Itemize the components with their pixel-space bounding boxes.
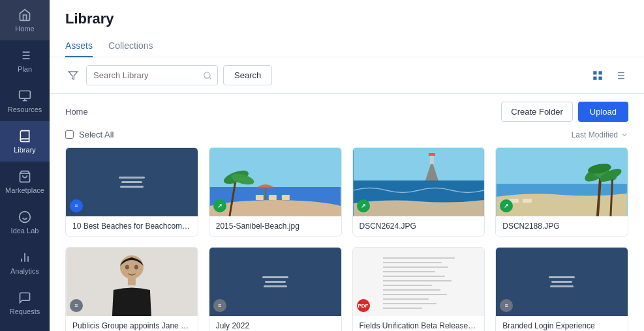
asset-card-4[interactable]: ↗ DSCN2188.JPG (495, 147, 628, 237)
grid-view-button[interactable] (589, 67, 606, 84)
select-all-row: Select All Last Modified (65, 130, 628, 139)
search-container (86, 65, 218, 85)
page-title: Library (65, 10, 628, 27)
library-icon (18, 129, 32, 143)
svg-rect-65 (382, 285, 431, 286)
asset-thumbnail-6: ≡ (209, 248, 341, 316)
sidebar-item-idea-lab[interactable]: Idea Lab (0, 202, 50, 242)
ocean-scene-3 (353, 148, 485, 216)
svg-rect-68 (382, 298, 428, 300)
asset-card-3[interactable]: ↗ DSCN2624.JPG (352, 147, 485, 237)
asset-name-1: 10 Best Beaches for Beachcombers (66, 216, 198, 236)
sidebar-label-idea-lab: Idea Lab (11, 227, 39, 235)
svg-rect-60 (382, 262, 441, 263)
tab-collections[interactable]: Collections (108, 35, 153, 57)
asset-card-1[interactable]: ≡ 10 Best Beaches for Beachcombers (65, 147, 198, 237)
breadcrumb-bar: Home Create Folder Upload (65, 102, 628, 122)
page-header: Library Assets Collections (50, 0, 644, 57)
asset-card-2[interactable]: ↗ 2015-Sanibel-Beach.jpg (209, 147, 342, 237)
toolbar: Search (50, 57, 644, 94)
badge-icon-3: ↗ (361, 203, 366, 209)
asset-card-7[interactable]: PDF Fields Unification Beta Release FA..… (352, 247, 485, 331)
asset-thumbnail-1: ≡ (66, 148, 198, 216)
svg-rect-52 (523, 199, 532, 203)
asset-badge-7: PDF (357, 299, 370, 312)
asset-card-8[interactable]: ≡ Branded Login Experience (495, 247, 628, 331)
asset-badge-2: ↗ (213, 199, 226, 212)
breadcrumb[interactable]: Home (65, 107, 88, 117)
sidebar-item-plan[interactable]: Plan (0, 40, 50, 81)
analytics-icon (18, 250, 32, 265)
asset-name-7: Fields Unification Beta Release FA... (353, 316, 485, 331)
sort-chevron-icon (621, 131, 628, 139)
sidebar-item-analytics[interactable]: Analytics (0, 242, 50, 283)
sidebar: Home Plan Resources Library Marketplace … (0, 0, 50, 331)
filter-button[interactable] (65, 68, 81, 83)
beach-scene-2 (209, 148, 341, 216)
badge-icon-6: ≡ (218, 302, 221, 309)
sidebar-item-resources[interactable]: Resources (0, 81, 50, 121)
palm-scene-4 (496, 148, 628, 216)
svg-rect-66 (382, 289, 440, 291)
home-icon (18, 8, 32, 22)
badge-icon-2: ↗ (217, 203, 222, 209)
asset-badge-8: ≡ (500, 299, 513, 312)
list-view-button[interactable] (611, 67, 628, 84)
sidebar-item-library[interactable]: Library (0, 121, 50, 162)
resources-icon (18, 89, 32, 103)
sidebar-label-home: Home (15, 25, 34, 33)
badge-icon-5: ≡ (74, 302, 78, 309)
marketplace-icon (18, 169, 32, 184)
select-all-checkbox[interactable] (65, 130, 74, 139)
asset-name-3: DSCN2624.JPG (353, 216, 485, 236)
svg-rect-20 (599, 71, 602, 74)
asset-card-6[interactable]: ≡ July 2022 (209, 247, 342, 331)
plan-icon (18, 48, 32, 63)
asset-name-4: DSCN2188.JPG (496, 216, 628, 236)
create-folder-button[interactable]: Create Folder (501, 102, 572, 122)
svg-point-56 (125, 265, 129, 270)
svg-marker-16 (69, 72, 77, 79)
svg-rect-36 (269, 195, 277, 200)
sidebar-label-analytics: Analytics (10, 267, 39, 275)
main-content: Library Assets Collections Search (50, 0, 644, 331)
sidebar-item-home[interactable]: Home (0, 0, 50, 40)
sidebar-label-resources: Resources (8, 106, 42, 113)
sort-label: Last Modified (572, 130, 628, 139)
person-scene-5 (66, 248, 198, 316)
search-input[interactable] (87, 66, 198, 85)
select-all-label[interactable]: Select All (65, 130, 114, 139)
sidebar-item-requests[interactable]: Requests (0, 283, 50, 323)
grid-icon (592, 70, 604, 81)
asset-name-5: Publicis Groupe appoints Jane Lin... (66, 316, 198, 331)
asset-badge-6: ≡ (213, 299, 226, 312)
badge-icon-4: ↗ (504, 203, 509, 209)
sidebar-label-marketplace: Marketplace (5, 186, 44, 194)
svg-rect-69 (382, 303, 436, 304)
asset-name-8: Branded Login Experience (496, 316, 628, 331)
tab-assets[interactable]: Assets (65, 35, 93, 57)
asset-name-2: 2015-Sanibel-Beach.jpg (209, 216, 341, 236)
svg-rect-22 (599, 76, 602, 79)
asset-badge-5: ≡ (70, 299, 83, 312)
sidebar-label-requests: Requests (10, 308, 40, 315)
svg-rect-41 (429, 154, 433, 164)
svg-point-10 (20, 212, 31, 223)
svg-rect-67 (382, 294, 446, 295)
asset-card-5[interactable]: ≡ Publicis Groupe appoints Jane Lin... (65, 247, 198, 331)
badge-icon-7: PDF (358, 303, 369, 309)
asset-thumbnail-5: ≡ (66, 248, 198, 316)
doc-icon-1 (119, 177, 145, 188)
sidebar-item-marketplace[interactable]: Marketplace (0, 162, 50, 202)
asset-thumbnail-2: ↗ (209, 148, 341, 216)
idea-lab-icon (18, 210, 32, 224)
svg-rect-19 (593, 71, 596, 74)
asset-thumbnail-7: PDF (353, 248, 485, 316)
view-toggle (589, 67, 628, 84)
upload-button[interactable]: Upload (578, 102, 628, 122)
svg-rect-61 (382, 266, 448, 268)
svg-rect-63 (382, 276, 444, 277)
asset-name-6: July 2022 (209, 316, 341, 331)
search-button[interactable]: Search (223, 65, 272, 85)
asset-thumbnail-4: ↗ (496, 148, 628, 216)
